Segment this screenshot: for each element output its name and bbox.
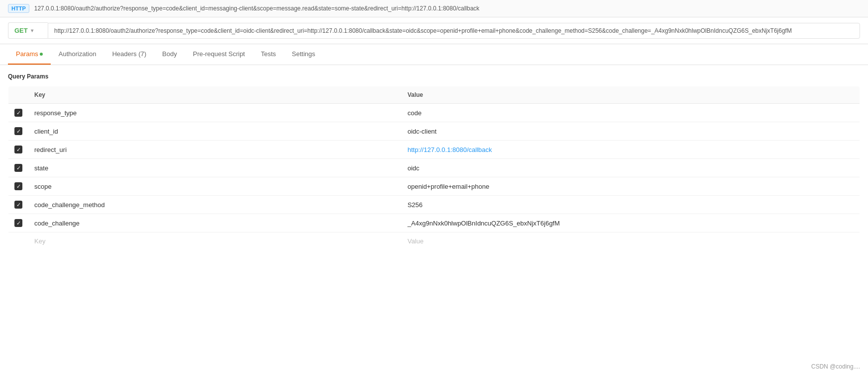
col-value: Value xyxy=(402,86,860,104)
checkbox-checked[interactable]: ✓ xyxy=(14,127,22,135)
method-select[interactable]: GET ▾ xyxy=(8,22,48,39)
checkbox-checked[interactable]: ✓ xyxy=(14,109,22,117)
url-bar: HTTP 127.0.0.1:8080/oauth2/authorize?res… xyxy=(0,0,868,17)
param-key[interactable]: code_challenge_method xyxy=(28,196,402,214)
params-table: Key Value ✓response_typecode✓client_idoi… xyxy=(8,86,860,250)
param-value[interactable]: _A4xg9nNxk0hlwpOlBnIdncuQZG6S_ebxNjxT6j6… xyxy=(402,214,860,232)
table-row: ✓scopeopenid+profile+email+phone xyxy=(8,177,860,196)
tab-pre-request-script[interactable]: Pre-request Script xyxy=(185,44,253,65)
param-value-link[interactable]: http://127.0.0.1:8080/callback xyxy=(408,146,492,153)
checkbox-checked[interactable]: ✓ xyxy=(14,219,22,227)
checkbox-checked[interactable]: ✓ xyxy=(14,182,22,190)
table-row: ✓stateoidc xyxy=(8,159,860,177)
tab-tests[interactable]: Tests xyxy=(253,44,284,65)
param-key[interactable]: client_id xyxy=(28,122,402,141)
col-checkbox xyxy=(8,86,29,104)
tab-authorization[interactable]: Authorization xyxy=(51,44,104,65)
section-title: Query Params xyxy=(8,73,860,80)
table-row: ✓redirect_urihttp://127.0.0.1:8080/callb… xyxy=(8,141,860,159)
param-value[interactable]: http://127.0.0.1:8080/callback xyxy=(402,141,860,159)
checkbox-checked[interactable]: ✓ xyxy=(14,201,22,209)
tab-headers[interactable]: Headers (7) xyxy=(104,44,155,65)
table-row: ✓code_challenge_methodS256 xyxy=(8,196,860,214)
param-key[interactable]: state xyxy=(28,159,402,177)
request-bar: GET ▾ xyxy=(0,17,868,44)
tab-settings[interactable]: Settings xyxy=(284,44,323,65)
tab-params[interactable]: Params xyxy=(8,44,51,65)
url-input[interactable] xyxy=(48,23,860,39)
param-key-placeholder[interactable]: Key xyxy=(28,232,402,250)
param-value[interactable]: openid+profile+email+phone xyxy=(402,177,860,196)
param-value[interactable]: oidc xyxy=(402,159,860,177)
param-value-placeholder[interactable]: Value xyxy=(402,232,860,250)
col-key: Key xyxy=(28,86,402,104)
checkbox-checked[interactable]: ✓ xyxy=(14,164,22,172)
param-value[interactable]: S256 xyxy=(402,196,860,214)
param-key[interactable]: code_challenge xyxy=(28,214,402,232)
param-value[interactable]: oidc-client xyxy=(402,122,860,141)
table-row: ✓response_typecode xyxy=(8,104,860,122)
chevron-down-icon: ▾ xyxy=(31,28,33,33)
tab-body[interactable]: Body xyxy=(154,44,185,65)
tabs: Params Authorization Headers (7) Body Pr… xyxy=(0,44,868,65)
url-bar-text: 127.0.0.1:8080/oauth2/authorize?response… xyxy=(34,5,480,12)
method-label: GET xyxy=(14,27,28,34)
param-key[interactable]: scope xyxy=(28,177,402,196)
table-row: ✓client_idoidc-client xyxy=(8,122,860,141)
param-key[interactable]: response_type xyxy=(28,104,402,122)
param-key[interactable]: redirect_uri xyxy=(28,141,402,159)
params-dot xyxy=(40,53,43,56)
table-row: ✓code_challenge_A4xg9nNxk0hlwpOlBnIdncuQ… xyxy=(8,214,860,232)
param-value[interactable]: code xyxy=(402,104,860,122)
content-area: Query Params Key Value ✓response_typecod… xyxy=(0,65,868,258)
checkbox-checked[interactable]: ✓ xyxy=(14,146,22,153)
table-row-placeholder: KeyValue xyxy=(8,232,860,250)
http-badge: HTTP xyxy=(8,4,29,13)
url-bar-icon: HTTP xyxy=(8,4,29,13)
